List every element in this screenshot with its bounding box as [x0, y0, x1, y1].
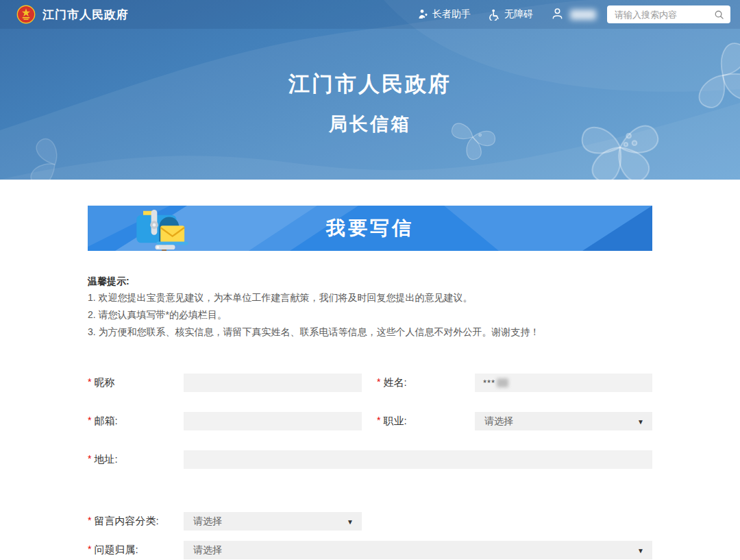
mailbox-icon [130, 207, 200, 251]
form-row-address: *地址: [88, 450, 652, 469]
chevron-down-icon: ▼ [637, 417, 644, 425]
site-title: 江门市人民政府 [42, 7, 129, 23]
hero-title-line2: 局长信箱 [0, 112, 740, 136]
required-mark: * [377, 376, 380, 387]
user-account[interactable] [551, 7, 596, 23]
form-row-nickname-name: *昵称 *姓名: *** [88, 374, 652, 392]
form-row-attribution: *问题归属: 请选择 ▼ [88, 541, 652, 559]
required-mark: * [88, 515, 91, 526]
hero-title-line1: 江门市人民政府 [0, 70, 740, 99]
page: 江门市人民政府 长者助手 [0, 0, 740, 560]
email-label: *邮箱: [88, 415, 184, 428]
attribution-select[interactable]: 请选择 ▼ [184, 541, 652, 559]
accessibility-label: 无障碍 [504, 8, 533, 21]
letter-form: *昵称 *姓名: *** *邮箱: *职业: [88, 374, 652, 559]
occupation-selected-value: 请选择 [484, 415, 513, 428]
occupation-label: *职业: [377, 415, 475, 428]
occupation-select[interactable]: 请选择 ▼ [475, 412, 652, 430]
nickname-label: *昵称 [88, 376, 184, 389]
elder-person-icon [417, 9, 428, 20]
required-mark: * [377, 415, 380, 426]
national-emblem-logo [16, 5, 36, 24]
email-input[interactable] [184, 412, 362, 430]
address-label: *地址: [88, 453, 184, 466]
wheelchair-icon [489, 9, 500, 21]
username-redacted [570, 10, 596, 20]
required-mark: * [88, 376, 91, 387]
header-nav: 长者助手 无障碍 [417, 5, 730, 23]
address-input[interactable] [184, 450, 652, 469]
category-select[interactable]: 请选择 ▼ [184, 512, 362, 531]
chevron-down-icon: ▼ [637, 546, 644, 554]
chevron-down-icon: ▼ [347, 518, 354, 525]
required-mark: * [88, 415, 91, 426]
content-container: 我要写信 温馨提示: 1. 欢迎您提出宝贵意见建议，为本单位工作建言献策，我们将… [88, 206, 652, 559]
required-mark: * [88, 544, 91, 555]
name-label: *姓名: [377, 376, 475, 389]
category-selected-value: 请选择 [193, 515, 222, 528]
name-field[interactable]: *** [475, 374, 652, 392]
search-box[interactable] [607, 5, 730, 23]
top-header-bar: 江门市人民政府 长者助手 [0, 0, 740, 29]
elder-assistant-link[interactable]: 长者助手 [417, 8, 471, 21]
attribution-selected-value: 请选择 [193, 544, 222, 557]
nickname-input[interactable] [184, 374, 362, 392]
user-icon [551, 7, 564, 23]
elder-assistant-label: 长者助手 [432, 8, 471, 21]
tips-section: 温馨提示: 1. 欢迎您提出宝贵意见建议，为本单位工作建言献策，我们将及时回复您… [88, 276, 652, 339]
form-row-category: *留言内容分类: 请选择 ▼ [88, 512, 652, 531]
attribution-label: *问题归属: [88, 544, 184, 557]
category-label: *留言内容分类: [88, 515, 184, 528]
name-masked-value: *** [483, 378, 495, 388]
accessibility-link[interactable]: 无障碍 [489, 8, 533, 21]
search-icon[interactable] [714, 10, 724, 20]
required-mark: * [88, 453, 91, 464]
name-redacted-blob [497, 378, 508, 387]
form-row-email-occupation: *邮箱: *职业: 请选择 ▼ [88, 412, 652, 430]
tips-heading: 温馨提示: [88, 276, 652, 288]
tips-item-1: 1. 欢迎您提出宝贵意见建议，为本单位工作建言献策，我们将及时回复您提出的意见建… [88, 290, 652, 305]
search-input[interactable] [615, 10, 714, 20]
tips-item-3: 3. 为方便和您联系、核实信息，请留下真实姓名、联系电话等信息，这些个人信息不对… [88, 324, 652, 339]
write-letter-title: 我要写信 [326, 215, 414, 241]
hero-banner: 江门市人民政府 长者助手 [0, 0, 740, 180]
write-letter-banner: 我要写信 [88, 206, 652, 251]
tips-item-2: 2. 请您认真填写带*的必填栏目。 [88, 307, 652, 322]
